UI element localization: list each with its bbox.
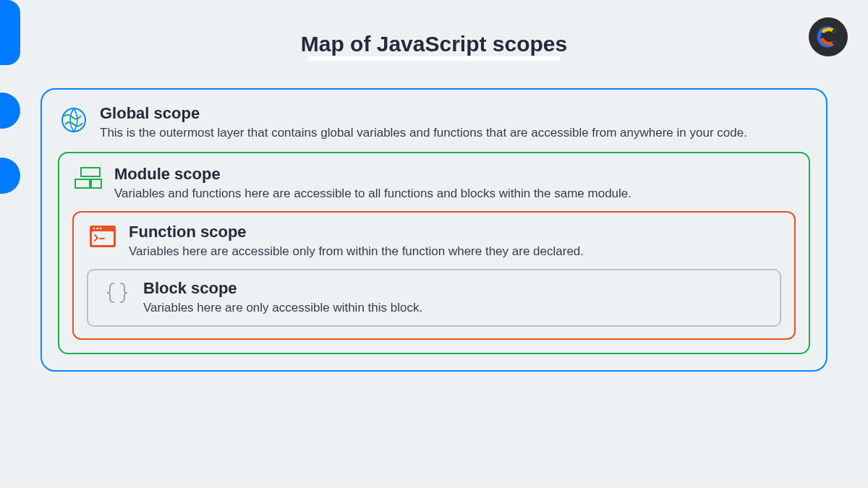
global-scope-title: Global scope — [100, 104, 747, 123]
page-title: Map of JavaScript scopes — [301, 32, 567, 56]
function-scope-title: Function scope — [129, 223, 584, 241]
braces-icon — [104, 281, 130, 305]
globe-icon — [59, 106, 88, 134]
module-scope-desc: Variables and functions here are accessi… — [114, 187, 631, 201]
svg-point-0 — [833, 30, 836, 33]
svg-point-9 — [96, 228, 98, 230]
function-scope-box: Function scope Variables here are access… — [72, 211, 796, 340]
svg-point-8 — [93, 228, 95, 230]
module-scope-title: Module scope — [114, 165, 631, 184]
block-scope-title: Block scope — [143, 279, 422, 298]
decorative-blob-top — [0, 0, 20, 65]
svg-point-1 — [833, 41, 836, 45]
module-icon — [72, 166, 104, 192]
svg-point-2 — [62, 108, 85, 132]
svg-point-10 — [100, 228, 102, 230]
global-scope-box: Global scope This is the outermost layer… — [41, 88, 827, 372]
function-scope-desc: Variables here are accessible only from … — [129, 244, 584, 259]
svg-rect-4 — [75, 179, 90, 188]
c-logo-icon — [817, 25, 840, 48]
svg-rect-3 — [81, 168, 100, 176]
decorative-blob-mid — [0, 93, 20, 129]
global-scope-desc: This is the outermost layer that contain… — [100, 126, 747, 140]
svg-rect-5 — [91, 179, 101, 188]
block-scope-box: Block scope Variables here are only acce… — [87, 269, 781, 327]
decorative-blob-bot — [0, 158, 20, 194]
block-scope-desc: Variables here are only accessible withi… — [143, 301, 422, 315]
module-scope-box: Module scope Variables and functions her… — [58, 152, 810, 354]
terminal-icon — [88, 224, 117, 249]
brand-logo — [809, 17, 848, 56]
